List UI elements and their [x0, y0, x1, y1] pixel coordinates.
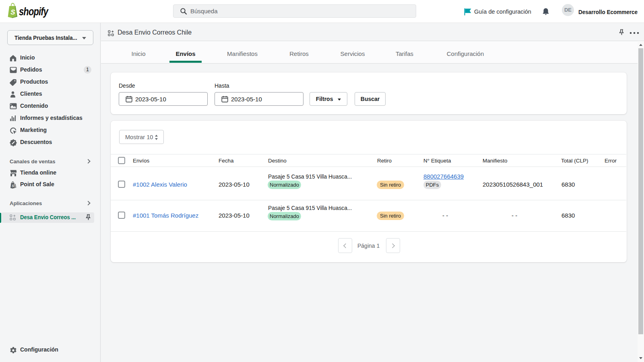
svg-text:S: S [12, 184, 14, 188]
svg-text:S: S [10, 8, 15, 16]
